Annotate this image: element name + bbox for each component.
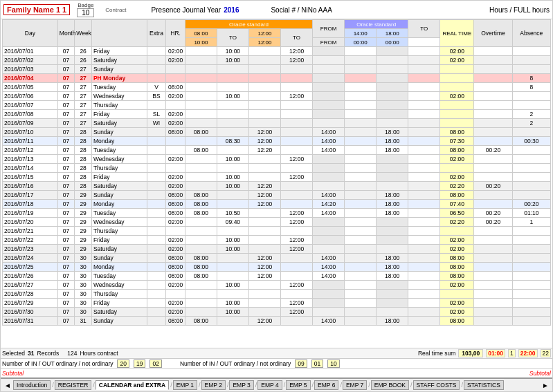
- table-cell: [377, 236, 408, 245]
- table-cell: [281, 128, 313, 137]
- table-cell: [345, 263, 377, 272]
- table-cell: 12:00: [248, 263, 280, 272]
- table-cell: Tuesday: [91, 272, 147, 281]
- table-cell: [345, 317, 377, 326]
- table-cell: 08:00: [166, 83, 185, 92]
- table-cell: [440, 110, 474, 119]
- col-to4-head: TO: [408, 20, 440, 38]
- tab-item-2[interactable]: CALENDAR and EXTRA: [96, 380, 169, 390]
- table-cell: [281, 227, 313, 236]
- table-cell: [147, 101, 166, 110]
- nav-arrow-right[interactable]: ►: [540, 382, 551, 389]
- table-cell: 18:00: [377, 317, 408, 326]
- table-cell: 09:40: [217, 218, 248, 227]
- table-cell: [217, 227, 248, 236]
- table-cell: [440, 74, 474, 83]
- table-cell: 28: [75, 155, 92, 164]
- table-cell: [147, 308, 166, 317]
- table-cell: 30: [75, 308, 92, 317]
- table-cell: [248, 281, 280, 290]
- table-cell: 02:00: [166, 245, 185, 254]
- table-cell: 2016/07/05: [3, 83, 58, 92]
- table-cell: [217, 110, 248, 119]
- table-cell: [408, 218, 440, 227]
- table-cell: [166, 164, 185, 173]
- table-cell: 02:00: [166, 308, 185, 317]
- table-cell: [474, 119, 512, 128]
- table-cell: [474, 137, 512, 146]
- table-cell: [474, 317, 512, 326]
- tab-item-10[interactable]: EMP BOOK: [371, 380, 409, 390]
- nav-arrow-left[interactable]: ◄: [2, 382, 13, 389]
- table-cell: 02:20: [440, 182, 474, 191]
- tab-item-4[interactable]: EMP 2: [201, 380, 226, 390]
- table-cell: 2016/07/02: [3, 56, 58, 65]
- table-cell: 02:00: [440, 236, 474, 245]
- table-cell: 2016/07/15: [3, 173, 58, 182]
- table-cell: [217, 290, 248, 299]
- table-cell: [281, 74, 313, 83]
- table-cell: Tuesday: [91, 146, 147, 155]
- table-cell: 08:00: [166, 272, 185, 281]
- table-cell: [147, 281, 166, 290]
- tab-item-11[interactable]: STAFF COSTS: [413, 380, 460, 390]
- tab-item-12[interactable]: STATISTICS: [464, 380, 504, 390]
- table-cell: [440, 227, 474, 236]
- table-cell: 07: [57, 245, 75, 254]
- table-cell: 10:00: [217, 281, 248, 290]
- table-cell: 07: [57, 200, 75, 209]
- table-cell: 28: [75, 128, 92, 137]
- table-cell: 10:00: [217, 299, 248, 308]
- table-cell: 12:00: [281, 299, 313, 308]
- table-cell: 12:00: [248, 137, 280, 146]
- table-cell: [408, 254, 440, 263]
- table-cell: [408, 128, 440, 137]
- table-cell: [281, 146, 313, 155]
- table-cell: 08:00: [166, 317, 185, 326]
- table-cell: 02:00: [440, 92, 474, 101]
- time2-from: 12:00: [248, 29, 280, 38]
- tab-item-9[interactable]: EMP 7: [343, 380, 367, 390]
- table-cell: 07: [57, 308, 75, 317]
- table-cell: 08:00: [185, 200, 217, 209]
- table-cell: 08:00: [440, 272, 474, 281]
- tab-item-6[interactable]: EMP 4: [257, 380, 282, 390]
- tab-item-8[interactable]: EMP 6: [314, 380, 338, 390]
- table-cell: 00:20: [512, 200, 550, 209]
- table-cell: Monday: [91, 200, 147, 209]
- tab-item-0[interactable]: Introduction: [13, 380, 51, 390]
- time4-to: 00:00: [377, 38, 408, 47]
- table-cell: [408, 173, 440, 182]
- table-cell: 2016/07/26: [3, 272, 58, 281]
- table-cell: 26: [75, 47, 92, 56]
- tab-item-1[interactable]: REGISTER: [55, 380, 91, 390]
- table-cell: 28: [75, 164, 92, 173]
- tab-item-7[interactable]: EMP 5: [286, 380, 310, 390]
- table-cell: [281, 65, 313, 74]
- table-cell: [147, 299, 166, 308]
- table-cell: [248, 173, 280, 182]
- table-cell: 08:00: [185, 272, 217, 281]
- inout-label2: Number of IN / OUT ordinary / not ordina…: [180, 360, 291, 367]
- tab-item-5[interactable]: EMP 3: [229, 380, 253, 390]
- table-cell: [281, 317, 313, 326]
- table-cell: 12:00: [248, 317, 280, 326]
- table-cell: [313, 173, 345, 182]
- table-cell: [248, 119, 280, 128]
- table-cell: 02:20: [440, 218, 474, 227]
- subtotal-right: Subtotal: [529, 370, 551, 377]
- table-cell: [377, 101, 408, 110]
- table-cell: [185, 290, 217, 299]
- table-cell: [512, 245, 550, 254]
- table-cell: [166, 137, 185, 146]
- table-cell: 08:00: [166, 128, 185, 137]
- table-cell: [185, 65, 217, 74]
- table-cell: [512, 191, 550, 200]
- table-cell: 07: [57, 218, 75, 227]
- table-cell: [248, 209, 280, 218]
- table-cell: [217, 263, 248, 272]
- table-cell: [408, 47, 440, 56]
- table-cell: [408, 209, 440, 218]
- tab-item-3[interactable]: EMP 1: [173, 380, 197, 390]
- table-cell: [147, 290, 166, 299]
